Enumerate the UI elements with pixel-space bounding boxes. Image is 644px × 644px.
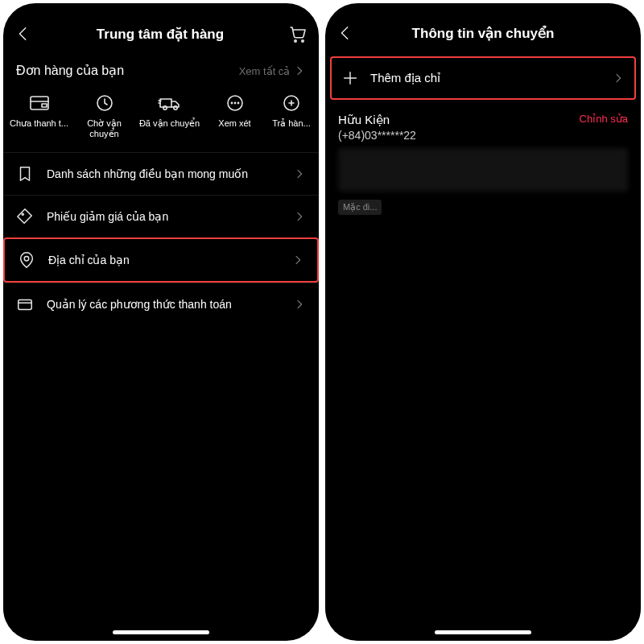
- home-indicator[interactable]: [435, 630, 531, 634]
- order-center-screen: Trung tâm đặt hàng Đơn hàng của bạn Xem …: [3, 3, 319, 641]
- truck-icon: [158, 93, 182, 113]
- review-icon: [225, 93, 245, 113]
- menu-coupons[interactable]: Phiếu giảm giá của bạn: [3, 195, 319, 237]
- location-icon: [18, 251, 35, 269]
- status-unpaid[interactable]: Chưa thanh t...: [6, 93, 72, 139]
- menu-payment-methods[interactable]: Quản lý các phương thức thanh toán: [3, 283, 319, 325]
- screen-title: Thông tin vận chuyển: [354, 25, 612, 42]
- svg-point-10: [234, 102, 235, 103]
- svg-rect-15: [19, 300, 32, 310]
- add-address-row[interactable]: Thêm địa chỉ: [330, 56, 636, 100]
- status-return[interactable]: Trả hàn...: [267, 93, 316, 139]
- address-lines-redacted: [338, 148, 628, 192]
- header: Thông tin vận chuyển: [325, 18, 641, 53]
- chevron-right-icon: [293, 210, 306, 223]
- status-bar: [325, 3, 641, 18]
- wallet-icon: [29, 94, 50, 112]
- bookmark-icon: [16, 165, 34, 183]
- svg-point-0: [295, 40, 296, 42]
- svg-point-7: [173, 106, 176, 109]
- card-icon: [16, 295, 34, 313]
- svg-rect-3: [42, 104, 47, 107]
- screen-title: Trung tâm đặt hàng: [32, 26, 288, 43]
- svg-point-1: [302, 40, 303, 42]
- address-card[interactable]: Hữu Kiện (+84)03******22 Chỉnh sửa Mặc đ…: [325, 106, 641, 225]
- status-bar: [3, 3, 319, 18]
- refund-icon: [282, 93, 301, 113]
- svg-point-11: [237, 102, 238, 103]
- chevron-right-icon: [293, 298, 306, 311]
- svg-point-6: [163, 106, 166, 109]
- chevron-right-icon: [293, 167, 306, 180]
- orders-section-header: Đơn hàng của bạn Xem tất cả: [3, 55, 319, 83]
- shipping-info-screen: Thông tin vận chuyển Thêm địa chỉ Hữu Ki…: [325, 3, 641, 641]
- chevron-right-icon: [612, 72, 625, 85]
- status-shipped[interactable]: Đã vận chuyển: [137, 93, 202, 139]
- default-badge: Mặc đi...: [338, 200, 382, 215]
- cart-icon[interactable]: [288, 24, 308, 43]
- back-icon[interactable]: [14, 25, 32, 43]
- plus-icon: [341, 69, 359, 87]
- svg-point-14: [24, 256, 29, 261]
- header: Trung tâm đặt hàng: [3, 18, 319, 55]
- clock-icon: [95, 93, 114, 113]
- address-phone: (+84)03******22: [338, 129, 416, 142]
- back-icon[interactable]: [336, 24, 354, 42]
- svg-point-13: [22, 213, 23, 215]
- add-address-label: Thêm địa chỉ: [370, 71, 440, 85]
- orders-title: Đơn hàng của bạn: [16, 63, 124, 78]
- status-review[interactable]: Xem xét: [202, 93, 267, 139]
- home-indicator[interactable]: [113, 630, 209, 634]
- menu-wishlist[interactable]: Danh sách những điều bạn mong muốn: [3, 152, 319, 195]
- svg-point-9: [231, 102, 232, 103]
- chevron-right-icon: [291, 254, 304, 266]
- edit-address-link[interactable]: Chỉnh sửa: [580, 113, 628, 125]
- menu-addresses[interactable]: Địa chỉ của bạn: [3, 237, 319, 283]
- order-status-row: Chưa thanh t... Chờ vận chuyển Đã vận ch…: [3, 83, 319, 152]
- coupon-icon: [16, 208, 34, 225]
- address-name: Hữu Kiện: [338, 113, 416, 127]
- status-awaiting-ship[interactable]: Chờ vận chuyển: [72, 93, 137, 139]
- see-all-link[interactable]: Xem tất cả: [239, 64, 306, 77]
